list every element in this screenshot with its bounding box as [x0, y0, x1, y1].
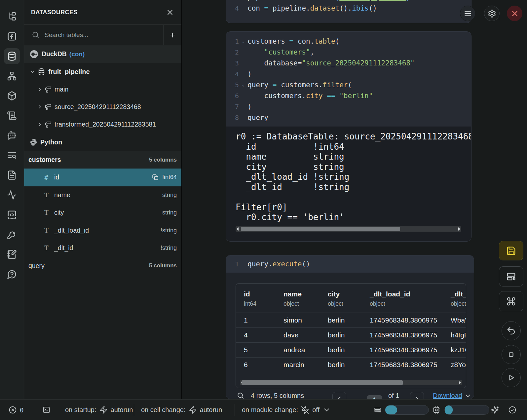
- table-column-header[interactable]: idint64: [236, 290, 276, 307]
- function-square-icon[interactable]: [4, 28, 20, 44]
- column-row-_dlt_id[interactable]: T_dlt_id !string: [24, 239, 181, 257]
- download-link[interactable]: Download: [433, 392, 471, 399]
- bot-message-icon[interactable]: [4, 128, 20, 143]
- close-panel-button[interactable]: [166, 8, 174, 17]
- horizontal-scrollbar[interactable]: [240, 380, 462, 385]
- file-text-icon[interactable]: [4, 167, 20, 183]
- code-line[interactable]: 5⌄query = customers.filter(: [226, 79, 471, 90]
- table-column-header[interactable]: cityobject: [320, 290, 362, 307]
- on-cell-change-setting[interactable]: on cell change: autorun: [141, 400, 222, 420]
- help-circle-icon[interactable]: [4, 266, 20, 282]
- code-square-icon[interactable]: [4, 207, 20, 223]
- engine-row-duckdb[interactable]: DuckDB (con): [24, 45, 181, 63]
- table-column-header[interactable]: _dlt_idobject: [443, 290, 466, 307]
- text-search-icon[interactable]: [4, 147, 20, 163]
- prev-page-button[interactable]: [332, 392, 346, 399]
- column-row-id[interactable]: #id !int64: [24, 169, 181, 186]
- scrollbar-thumb[interactable]: [241, 227, 400, 231]
- ai-assist-button[interactable]: [491, 400, 499, 420]
- search-tables-input[interactable]: [44, 31, 163, 39]
- cell-query-definition[interactable]: 1⌄customers = con.table(2 "customers",3 …: [226, 31, 471, 242]
- tree-item-database[interactable]: fruit_pipeline: [24, 63, 181, 81]
- copy-icon[interactable]: [152, 174, 159, 181]
- command-palette-button[interactable]: [499, 291, 523, 311]
- chevron-right-icon: [37, 87, 43, 92]
- horizontal-scrollbar[interactable]: [236, 226, 461, 232]
- error-count[interactable]: 0: [9, 400, 23, 420]
- table-cell: berlin: [320, 316, 362, 324]
- code-line[interactable]: 4): [226, 68, 471, 79]
- table-cell: kzJ1G: [443, 346, 466, 354]
- table-header-customers[interactable]: customers 5 columns: [24, 151, 181, 169]
- connection-status-button[interactable]: [508, 400, 516, 420]
- sparkles-icon: [491, 406, 499, 414]
- notebook-menu-button[interactable]: [460, 6, 475, 21]
- page-number[interactable]: 1: [367, 395, 382, 399]
- terminal-button[interactable]: [42, 400, 51, 420]
- schema-icon: [45, 103, 52, 111]
- activity-icon[interactable]: [4, 187, 20, 203]
- code-line[interactable]: 6 customers.city == "berlin": [226, 90, 471, 101]
- on-startup-setting[interactable]: on startup: autorun: [65, 400, 133, 420]
- column-row-_dlt_load_id[interactable]: T_dlt_load_id !string: [24, 222, 181, 240]
- save-button[interactable]: [499, 241, 523, 260]
- table-column-header[interactable]: _dlt_load_idobject: [362, 290, 443, 307]
- database-icon[interactable]: [4, 48, 20, 64]
- column-name: id: [54, 173, 59, 181]
- code-line[interactable]: 4con = pipeline.dataset().ibis(): [226, 3, 471, 14]
- code-line[interactable]: 8query: [226, 112, 471, 123]
- table-row[interactable]: 6marcinberlin1745968348.3806975z8Yo: [236, 357, 466, 372]
- table-column-header[interactable]: nameobject: [276, 290, 320, 307]
- table-row[interactable]: 1simonberlin1745968348.3806975WbaV: [236, 313, 466, 327]
- circle-x-icon: [9, 406, 17, 414]
- number-column-icon: #: [44, 173, 54, 181]
- table-header-query[interactable]: query 5 columns: [24, 257, 181, 275]
- datasources-header: DATASOURCES: [24, 0, 181, 25]
- table-row[interactable]: 5andreaberlin1745968348.3806975kzJ1G: [236, 342, 466, 357]
- key-icon[interactable]: [4, 227, 20, 243]
- cell-setup[interactable]: 3pipeline = dlt.attach("fruit_pipeline")…: [226, 0, 471, 23]
- table-cell: 5: [236, 346, 276, 354]
- table-cell: berlin: [320, 346, 362, 354]
- table-cell: dave: [276, 331, 320, 339]
- cell-execute[interactable]: 1query.execute() idint64nameobjectcityob…: [226, 255, 474, 399]
- table-search-icon[interactable]: [237, 392, 244, 399]
- network-icon[interactable]: [4, 68, 20, 84]
- close-icon: [166, 8, 174, 17]
- plus-icon: [169, 31, 176, 39]
- layout-toggle-button[interactable]: [499, 266, 523, 286]
- code-line[interactable]: 3pipeline = dlt.attach("fruit_pipeline"): [226, 0, 471, 3]
- table-cell: berlin: [320, 331, 362, 339]
- on-module-change-setting[interactable]: on module change: off: [242, 400, 331, 420]
- tree-item-schema[interactable]: transformed_202504291112283581: [24, 116, 181, 133]
- shutdown-button[interactable]: [507, 6, 522, 21]
- file-tree-icon[interactable]: [4, 9, 20, 24]
- undo-button[interactable]: [502, 321, 521, 340]
- terminal-icon: [42, 406, 51, 414]
- settings-button[interactable]: [484, 6, 500, 21]
- code-line[interactable]: 1query.execute(): [226, 259, 474, 270]
- python-section-label: Python: [40, 138, 62, 146]
- column-name: name: [54, 191, 70, 199]
- scrollbar-thumb[interactable]: [242, 380, 403, 385]
- tree-item-schema[interactable]: source_202504291112283468: [24, 98, 181, 116]
- text-column-icon: T: [44, 244, 54, 252]
- code-line[interactable]: 2 "customers",: [226, 47, 471, 57]
- scroll-text-icon[interactable]: [4, 108, 20, 124]
- code-line[interactable]: 3 database="source_202504291112283468": [226, 57, 471, 68]
- column-row-city[interactable]: Tcity string: [24, 204, 181, 222]
- notebook-pen-icon[interactable]: [4, 247, 20, 262]
- schema-icon: [45, 121, 52, 128]
- column-row-name[interactable]: Tname string: [24, 186, 181, 204]
- tree-item-schema[interactable]: main: [24, 81, 181, 98]
- add-datasource-button[interactable]: [163, 25, 181, 45]
- code-line[interactable]: 1⌄customers = con.table(: [226, 36, 471, 47]
- table-row[interactable]: 4daveberlin1745968348.3806975h4tgE: [236, 327, 466, 342]
- box-icon[interactable]: [4, 88, 20, 104]
- stop-button[interactable]: [502, 345, 521, 364]
- search-icon: [32, 31, 39, 39]
- zap-icon: [189, 406, 197, 414]
- next-page-button[interactable]: [410, 392, 424, 399]
- code-line[interactable]: 7): [226, 101, 471, 112]
- run-button[interactable]: [502, 368, 521, 387]
